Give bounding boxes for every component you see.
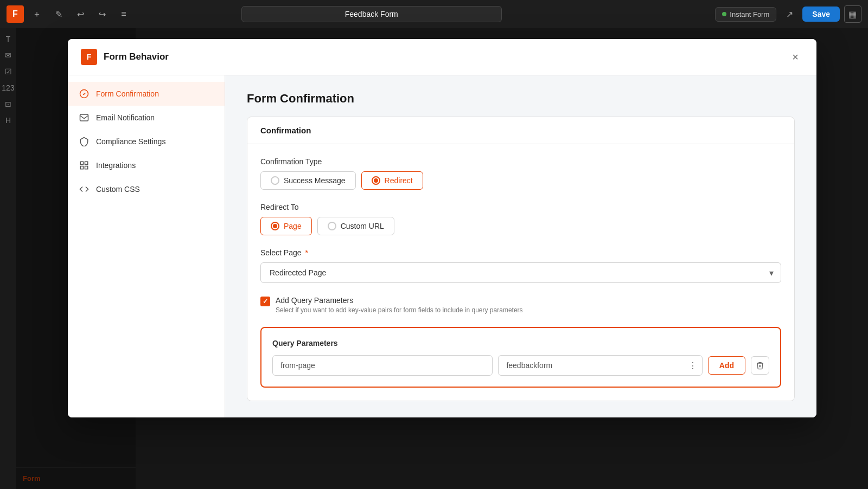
sidebar-item-integrations[interactable]: Integrations [68, 153, 225, 177]
svg-rect-5 [85, 166, 88, 169]
sidebar-label-custom-css: Custom CSS [96, 185, 140, 194]
top-bar-right: Instant Form ↗ Save ▦ [715, 5, 861, 23]
sidebar-item-email-notification[interactable]: Email Notification [68, 106, 225, 130]
sidebar-label-compliance-settings: Compliance Settings [96, 137, 165, 146]
external-link-icon[interactable]: ↗ [781, 5, 798, 23]
query-params-title: Query Parameters [272, 339, 769, 348]
select-page-label: Select Page * [260, 248, 781, 257]
panel-icon-4[interactable]: 123 [2, 81, 15, 94]
more-options-icon[interactable]: ⋮ [688, 361, 697, 371]
panel-icon-2[interactable]: ✉ [2, 49, 15, 62]
left-panel: T ✉ ☑ 123 ⊡ H [0, 28, 16, 489]
add-query-params-label: Add Query Parameters [276, 296, 523, 305]
list-icon[interactable]: ≡ [115, 5, 132, 23]
card-header: Confirmation [247, 117, 794, 144]
sidebar-item-compliance-settings[interactable]: Compliance Settings [68, 130, 225, 153]
instant-form-badge: Instant Form [715, 7, 776, 22]
card-body: Confirmation Type Success Message [247, 144, 794, 401]
close-button[interactable]: × [787, 49, 803, 65]
select-page-group: Select Page * Redirected Page ▾ [260, 248, 781, 283]
radio-circle-redirect [372, 176, 380, 185]
radio-dot-page [273, 224, 277, 228]
radio-redirect[interactable]: Redirect [361, 171, 423, 190]
query-params-row: ⋮ Add [272, 355, 769, 376]
save-button[interactable]: Save [802, 7, 840, 22]
delete-query-param-button[interactable] [751, 356, 769, 375]
redirect-to-group: Redirect To Page C [260, 203, 781, 235]
confirmation-card: Confirmation Confirmation Type Success M… [247, 117, 795, 401]
required-asterisk: * [305, 248, 308, 257]
modal-sidebar: Form Confirmation Email Notification [68, 75, 225, 417]
app-logo: F [7, 5, 24, 23]
sidebar-label-form-confirmation: Form Confirmation [96, 89, 159, 98]
checkmark-icon: ✓ [263, 298, 268, 305]
radio-circle-custom-url [328, 222, 336, 230]
query-value-wrapper: ⋮ [498, 355, 702, 376]
form-behavior-modal: F Form Behavior × Form Confirmation [68, 39, 816, 417]
panel-icon-1[interactable]: T [2, 33, 15, 46]
add-query-params-row: ✓ Add Query Parameters Select if you wan… [260, 296, 781, 314]
redirect-to-label: Redirect To [260, 203, 781, 211]
circle-check-icon [79, 88, 90, 99]
radio-label-custom-url: Custom URL [341, 222, 384, 230]
svg-rect-3 [85, 162, 88, 164]
radio-circle-page [271, 222, 279, 230]
radio-circle-success [271, 176, 279, 185]
main-content: Form Confirmation Confirmation Confirmat… [225, 75, 816, 417]
envelope-icon [79, 112, 90, 123]
panel-icon-6[interactable]: H [2, 114, 15, 127]
radio-page[interactable]: Page [260, 217, 312, 235]
radio-custom-url[interactable]: Custom URL [317, 217, 394, 235]
confirmation-type-label: Confirmation Type [260, 157, 781, 166]
svg-rect-4 [80, 166, 83, 169]
status-dot [722, 12, 726, 16]
modal-title: Form Behavior [104, 52, 169, 62]
modal-logo: F [81, 49, 97, 65]
add-query-params-text: Add Query Parameters Select if you want … [276, 296, 523, 314]
redirect-to-radio-group: Page Custom URL [260, 217, 781, 235]
add-query-params-hint: Select if you want to add key-value pair… [276, 306, 523, 314]
svg-rect-1 [80, 114, 88, 121]
redo-icon[interactable]: ↪ [93, 5, 111, 23]
panel-icon-5[interactable]: ⊡ [2, 98, 15, 111]
select-page-dropdown[interactable]: Redirected Page [260, 262, 781, 283]
select-page-wrapper: Redirected Page ▾ [260, 262, 781, 283]
radio-dot-redirect [374, 178, 378, 183]
modal-header: F Form Behavior × [68, 39, 816, 75]
top-bar: F ＋ ✎ ↩ ↪ ≡ Instant Form ↗ Save ▦ [0, 0, 868, 28]
page-title: Form Confirmation [247, 92, 795, 106]
radio-label-redirect: Redirect [385, 176, 413, 185]
svg-rect-2 [80, 162, 83, 164]
pencil-icon[interactable]: ✎ [50, 5, 67, 23]
add-icon[interactable]: ＋ [28, 5, 46, 23]
radio-label-page: Page [284, 222, 302, 230]
shield-icon [79, 136, 90, 147]
sidebar-label-integrations: Integrations [96, 161, 136, 170]
add-query-params-checkbox[interactable]: ✓ [260, 297, 270, 306]
query-key-input[interactable] [272, 355, 493, 376]
sidebar-toggle-icon[interactable]: ▦ [844, 5, 861, 23]
add-query-param-button[interactable]: Add [708, 356, 745, 375]
radio-success-message[interactable]: Success Message [260, 171, 356, 190]
query-value-input[interactable] [498, 355, 702, 376]
radio-label-success-message: Success Message [284, 176, 346, 185]
query-params-box: Query Parameters ⋮ Add [260, 327, 781, 388]
sidebar-item-form-confirmation[interactable]: Form Confirmation [68, 82, 225, 106]
panel-icon-3[interactable]: ☑ [2, 65, 15, 78]
undo-icon[interactable]: ↩ [72, 5, 89, 23]
modal-overlay: F Form Behavior × Form Confirmation [16, 28, 868, 489]
instant-form-label: Instant Form [730, 10, 769, 18]
grid-icon [79, 160, 90, 171]
code-icon [79, 184, 90, 195]
modal-body: Form Confirmation Email Notification [68, 75, 816, 417]
sidebar-label-email-notification: Email Notification [96, 113, 155, 122]
sidebar-item-custom-css[interactable]: Custom CSS [68, 177, 225, 201]
confirmation-type-group: Confirmation Type Success Message [260, 157, 781, 190]
confirmation-type-radio-group: Success Message Redirect [260, 171, 781, 190]
form-title-input[interactable] [241, 6, 502, 22]
